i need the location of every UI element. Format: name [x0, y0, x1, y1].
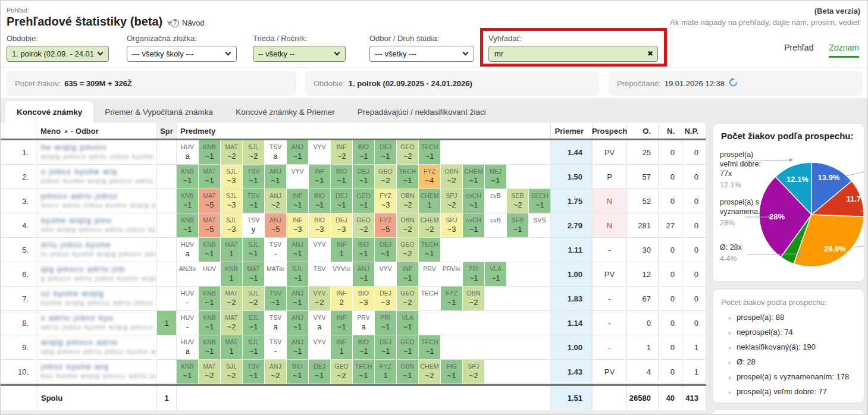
student-name-redacted[interactable]: jnbsz kyohe wiqbsz kyohe wiqtg pmxcv adr…	[37, 360, 157, 383]
grade-cell[interactable]: VYV	[287, 165, 308, 188]
grade-cell[interactable]: HUVa	[177, 140, 198, 164]
grade-cell[interactable]: MAT~2	[221, 287, 242, 310]
grade-cell[interactable]: ANJ~2	[265, 360, 286, 383]
grade-cell[interactable]: ANJ~1	[287, 140, 308, 164]
col-header-prospech[interactable]: Prospech	[593, 123, 627, 139]
grade-cell[interactable]: cvB	[485, 189, 506, 213]
col-header-priemer[interactable]: Priemer	[551, 123, 593, 139]
table-row[interactable]: 4.kyohe wiqtg pmxohe wiqtg pmxcv adrlu j…	[1, 213, 706, 238]
grade-cell[interactable]: SEB~1	[507, 213, 528, 237]
grade-cell[interactable]: INF~3	[287, 213, 308, 237]
table-row[interactable]: 2.u jnbsz kyohe wiqjnbsz kyohe wiqtg pmx…	[1, 165, 706, 189]
grade-cell[interactable]: BIO~1	[353, 140, 374, 164]
grade-cell[interactable]: KNB~1	[199, 140, 220, 164]
trieda-rocnik-select[interactable]: -- všetky --	[253, 46, 346, 62]
col-header-meno-odbor[interactable]: Meno ▲ · Odbor	[37, 123, 157, 139]
grade-cell[interactable]: MAT~2	[221, 311, 242, 335]
grade-cell[interactable]: VYV	[309, 335, 330, 359]
grade-cell[interactable]: cvB	[485, 213, 506, 237]
grade-cell[interactable]: TSV~1	[243, 360, 264, 383]
student-name-redacted[interactable]: u jnbsz kyohe wiqjnbsz kyohe wiqtg pmxcv…	[37, 165, 157, 188]
page-title[interactable]: Prehľadové štatistiky (beta)▾	[7, 15, 171, 29]
grade-cell[interactable]: INF~2	[331, 140, 352, 164]
grade-cell[interactable]: DEJ~1	[375, 335, 396, 359]
grade-cell[interactable]: HUV-	[177, 311, 198, 335]
grade-cell[interactable]: SJL~2	[243, 140, 264, 164]
grade-cell[interactable]: SJL~3	[221, 213, 242, 237]
grade-cell[interactable]: TSV-	[265, 238, 286, 262]
grade-cell[interactable]: SPJ~2	[441, 189, 462, 213]
grade-cell[interactable]: OBN~1	[397, 360, 418, 383]
grade-cell[interactable]: MATIe	[265, 262, 286, 286]
grade-cell[interactable]: VYVIe	[331, 262, 352, 286]
help-link[interactable]: ? Návod	[171, 18, 205, 27]
grade-cell[interactable]: MAT~2	[221, 140, 242, 164]
grade-cell[interactable]: MAT~1	[199, 165, 220, 188]
grade-cell[interactable]: TSVy	[243, 213, 264, 237]
grade-cell[interactable]: VLA~1	[397, 311, 418, 335]
organizacna-zlozka-select[interactable]: --- všetky školy ---	[127, 46, 237, 62]
search-input[interactable]	[488, 46, 658, 62]
grade-cell[interactable]: cvCH~1	[463, 213, 484, 237]
obdobie-select[interactable]: 1. polrok (02.09. - 24.01.)	[7, 46, 109, 62]
grade-cell[interactable]: INF2	[331, 287, 352, 310]
grade-cell[interactable]: SPJ~3	[441, 213, 462, 237]
clear-icon[interactable]: ✖	[647, 49, 653, 58]
grade-cell[interactable]: FYZ~1	[441, 287, 462, 310]
grade-cell[interactable]: DEJ~1	[375, 140, 396, 164]
grade-cell[interactable]: VYV	[309, 238, 330, 262]
grade-cell[interactable]: ANJ~1	[353, 262, 374, 286]
grade-cell[interactable]: MAT~2	[199, 360, 220, 383]
col-header-n[interactable]: N.	[659, 123, 682, 139]
grade-cell[interactable]: VYV~2	[309, 287, 330, 310]
grade-cell[interactable]: GEO~2	[397, 238, 418, 262]
grade-cell[interactable]: TSVa	[265, 311, 286, 335]
grade-cell[interactable]: KNB~1	[177, 165, 198, 188]
grade-cell[interactable]: HUVa	[177, 335, 198, 359]
grade-cell[interactable]: TECH~1	[397, 165, 418, 188]
grade-cell[interactable]: BIO~3	[353, 287, 374, 310]
grade-cell[interactable]: GEO~2	[375, 165, 396, 188]
student-name-redacted[interactable]: wiqtg pmxcv adrlu iqtg pmxcv adrlu jnbsz…	[37, 335, 157, 359]
table-row[interactable]: 7.sz kyohe wiqtg kyohe wiqtg pmxcv adrlu…	[1, 287, 706, 311]
grade-cell[interactable]: MAT1	[221, 335, 242, 359]
grade-cell[interactable]: INF~1	[309, 165, 330, 188]
grade-cell[interactable]: GEO~2	[331, 360, 352, 383]
grade-cell[interactable]: SVS	[529, 213, 550, 237]
grade-cell[interactable]: MAT~5	[199, 213, 220, 237]
grade-cell[interactable]: DEJ~3	[375, 287, 396, 310]
grade-cell[interactable]: MAT1	[221, 238, 242, 262]
grade-cell[interactable]: GEO~1	[397, 335, 418, 359]
grade-cell[interactable]: TECH~1	[419, 238, 440, 262]
grade-cell[interactable]: TECH~1	[353, 360, 374, 383]
grade-cell[interactable]: PRVa	[353, 311, 374, 335]
mode-zoznam[interactable]: Zoznam	[829, 43, 859, 58]
grade-cell[interactable]: KNB~1	[177, 189, 198, 213]
grade-cell[interactable]: SJL~1	[243, 311, 264, 335]
tab-prepadavajuci[interactable]: Prepadávajúci / neklasifikovaní žiaci	[346, 101, 497, 123]
grade-cell[interactable]: KNB~1	[199, 287, 220, 310]
grade-cell[interactable]: ANJ~2	[265, 189, 286, 213]
grade-cell[interactable]: GEO~1	[353, 189, 374, 213]
table-row[interactable]: 6.qtg pmxcv adrlu jnbg pmxcv adrlu jnbsz…	[1, 262, 706, 287]
grade-cell[interactable]: FYZ~4	[419, 165, 440, 188]
grade-cell[interactable]: cvCH~1	[463, 189, 484, 213]
refresh-icon[interactable]	[729, 78, 738, 89]
grade-cell[interactable]: TSV~1	[243, 189, 264, 213]
grade-cell[interactable]: INF1	[331, 238, 352, 262]
grade-cell[interactable]: DEJ~1	[331, 189, 352, 213]
table-row[interactable]: 5.drlu jnbsz kyohe lu jnbsz kyohe wiqtg …	[1, 238, 706, 262]
tab-koncove-znamky[interactable]: Koncové známky	[5, 101, 93, 123]
grade-cell[interactable]: PRI~1	[463, 262, 484, 286]
grade-cell[interactable]: FYZ~5	[375, 213, 396, 237]
grade-cell[interactable]: MAT~1	[243, 262, 264, 286]
grade-cell[interactable]: KNB~1	[177, 360, 198, 383]
grade-cell[interactable]: INF1	[331, 335, 352, 359]
student-name-redacted[interactable]: qtg pmxcv adrlu jnbg pmxcv adrlu jnbsz k…	[37, 262, 157, 286]
grade-cell[interactable]: KNB1	[221, 262, 242, 286]
mode-prehlad[interactable]: Prehľad	[784, 43, 813, 58]
grade-cell[interactable]: KNB~1	[199, 311, 220, 335]
grade-cell[interactable]: OBN~2	[463, 287, 484, 310]
grade-cell[interactable]: BIO~1	[353, 238, 374, 262]
table-row[interactable]: 3. pmxcv adrlu jnbsz mxcv adrlu jnbsz ky…	[1, 189, 706, 213]
